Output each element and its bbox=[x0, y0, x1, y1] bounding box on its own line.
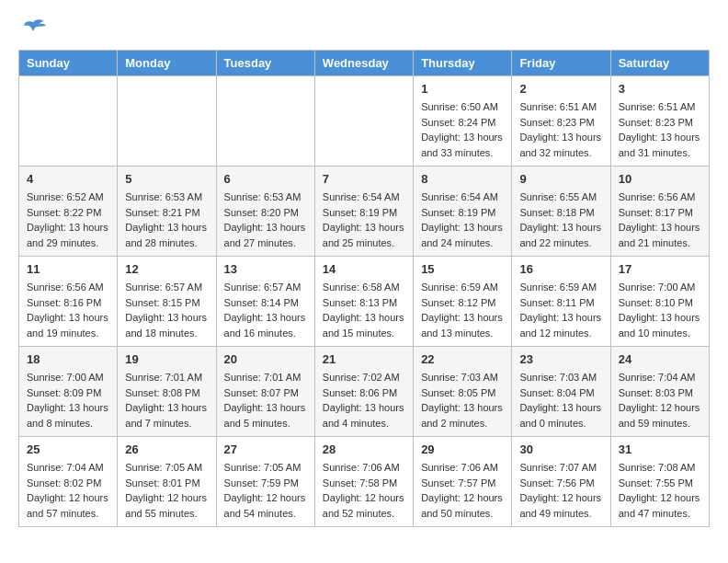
calendar-cell: 9Sunrise: 6:55 AM Sunset: 8:18 PM Daylig… bbox=[512, 167, 610, 257]
day-number: 5 bbox=[125, 172, 208, 186]
calendar-cell: 20Sunrise: 7:01 AM Sunset: 8:07 PM Dayli… bbox=[216, 347, 314, 437]
calendar-cell: 28Sunrise: 7:06 AM Sunset: 7:58 PM Dayli… bbox=[314, 437, 413, 527]
calendar-cell bbox=[118, 76, 216, 167]
day-number: 26 bbox=[125, 442, 208, 456]
calendar-cell: 14Sunrise: 6:58 AM Sunset: 8:13 PM Dayli… bbox=[314, 257, 413, 347]
calendar-cell: 1Sunrise: 6:50 AM Sunset: 8:24 PM Daylig… bbox=[414, 76, 512, 167]
day-info: Sunrise: 6:54 AM Sunset: 8:19 PM Dayligh… bbox=[323, 190, 405, 250]
calendar-cell: 8Sunrise: 6:54 AM Sunset: 8:19 PM Daylig… bbox=[414, 167, 512, 257]
day-info: Sunrise: 6:55 AM Sunset: 8:18 PM Dayligh… bbox=[519, 190, 602, 250]
calendar-cell: 10Sunrise: 6:56 AM Sunset: 8:17 PM Dayli… bbox=[610, 167, 709, 257]
day-number: 24 bbox=[619, 352, 701, 366]
calendar-cell: 2Sunrise: 6:51 AM Sunset: 8:23 PM Daylig… bbox=[512, 76, 610, 167]
calendar-cell: 23Sunrise: 7:03 AM Sunset: 8:04 PM Dayli… bbox=[512, 347, 610, 437]
day-number: 30 bbox=[519, 442, 602, 456]
day-number: 1 bbox=[421, 82, 504, 96]
weekday-header-sunday: Sunday bbox=[19, 51, 118, 76]
calendar-cell: 6Sunrise: 6:53 AM Sunset: 8:20 PM Daylig… bbox=[216, 167, 314, 257]
day-info: Sunrise: 7:05 AM Sunset: 7:59 PM Dayligh… bbox=[224, 460, 307, 521]
calendar-cell: 18Sunrise: 7:00 AM Sunset: 8:09 PM Dayli… bbox=[19, 347, 118, 437]
day-info: Sunrise: 7:00 AM Sunset: 8:10 PM Dayligh… bbox=[619, 280, 701, 340]
calendar-week-row: 25Sunrise: 7:04 AM Sunset: 8:02 PM Dayli… bbox=[19, 437, 710, 527]
calendar-cell: 15Sunrise: 6:59 AM Sunset: 8:12 PM Dayli… bbox=[414, 257, 512, 347]
weekday-header-tuesday: Tuesday bbox=[216, 51, 314, 76]
day-number: 6 bbox=[224, 172, 307, 186]
day-number: 11 bbox=[27, 262, 109, 276]
day-info: Sunrise: 7:00 AM Sunset: 8:09 PM Dayligh… bbox=[27, 370, 109, 431]
calendar-cell: 16Sunrise: 6:59 AM Sunset: 8:11 PM Dayli… bbox=[512, 257, 610, 347]
day-number: 3 bbox=[619, 82, 701, 96]
day-info: Sunrise: 6:53 AM Sunset: 8:21 PM Dayligh… bbox=[125, 190, 208, 250]
calendar-cell: 30Sunrise: 7:07 AM Sunset: 7:56 PM Dayli… bbox=[512, 437, 610, 527]
day-number: 28 bbox=[323, 442, 405, 456]
logo bbox=[18, 18, 46, 35]
day-number: 31 bbox=[619, 442, 701, 456]
weekday-header-monday: Monday bbox=[118, 51, 216, 76]
day-number: 20 bbox=[224, 352, 307, 366]
day-info: Sunrise: 7:03 AM Sunset: 8:05 PM Dayligh… bbox=[421, 370, 504, 431]
day-number: 8 bbox=[421, 172, 504, 186]
calendar-cell: 19Sunrise: 7:01 AM Sunset: 8:08 PM Dayli… bbox=[118, 347, 216, 437]
weekday-header-wednesday: Wednesday bbox=[314, 51, 413, 76]
day-info: Sunrise: 6:51 AM Sunset: 8:23 PM Dayligh… bbox=[519, 99, 602, 160]
day-info: Sunrise: 7:04 AM Sunset: 8:03 PM Dayligh… bbox=[619, 370, 701, 431]
day-info: Sunrise: 7:06 AM Sunset: 7:58 PM Dayligh… bbox=[323, 460, 405, 521]
day-info: Sunrise: 6:54 AM Sunset: 8:19 PM Dayligh… bbox=[421, 190, 504, 250]
calendar-cell: 3Sunrise: 6:51 AM Sunset: 8:23 PM Daylig… bbox=[610, 76, 709, 167]
calendar-week-row: 1Sunrise: 6:50 AM Sunset: 8:24 PM Daylig… bbox=[19, 76, 710, 167]
day-info: Sunrise: 6:52 AM Sunset: 8:22 PM Dayligh… bbox=[27, 190, 109, 250]
day-number: 17 bbox=[619, 262, 701, 276]
day-info: Sunrise: 7:05 AM Sunset: 8:01 PM Dayligh… bbox=[125, 460, 208, 521]
calendar-cell: 4Sunrise: 6:52 AM Sunset: 8:22 PM Daylig… bbox=[19, 167, 118, 257]
day-info: Sunrise: 6:56 AM Sunset: 8:17 PM Dayligh… bbox=[619, 190, 701, 250]
calendar-cell: 26Sunrise: 7:05 AM Sunset: 8:01 PM Dayli… bbox=[118, 437, 216, 527]
day-number: 23 bbox=[519, 352, 602, 366]
day-number: 12 bbox=[125, 262, 208, 276]
day-number: 27 bbox=[224, 442, 307, 456]
calendar-cell: 12Sunrise: 6:57 AM Sunset: 8:15 PM Dayli… bbox=[118, 257, 216, 347]
calendar-cell bbox=[314, 76, 413, 167]
calendar-week-row: 18Sunrise: 7:00 AM Sunset: 8:09 PM Dayli… bbox=[19, 347, 710, 437]
day-number: 29 bbox=[421, 442, 504, 456]
calendar-cell: 24Sunrise: 7:04 AM Sunset: 8:03 PM Dayli… bbox=[610, 347, 709, 437]
weekday-header-saturday: Saturday bbox=[610, 51, 709, 76]
weekday-header-friday: Friday bbox=[512, 51, 610, 76]
day-info: Sunrise: 6:57 AM Sunset: 8:14 PM Dayligh… bbox=[224, 280, 307, 340]
day-number: 19 bbox=[125, 352, 208, 366]
page-header bbox=[18, 18, 710, 35]
day-info: Sunrise: 7:01 AM Sunset: 8:08 PM Dayligh… bbox=[125, 370, 208, 431]
calendar-cell: 31Sunrise: 7:08 AM Sunset: 7:55 PM Dayli… bbox=[610, 437, 709, 527]
day-info: Sunrise: 7:04 AM Sunset: 8:02 PM Dayligh… bbox=[27, 460, 109, 521]
day-info: Sunrise: 7:01 AM Sunset: 8:07 PM Dayligh… bbox=[224, 370, 307, 431]
calendar-cell: 11Sunrise: 6:56 AM Sunset: 8:16 PM Dayli… bbox=[19, 257, 118, 347]
day-info: Sunrise: 6:58 AM Sunset: 8:13 PM Dayligh… bbox=[323, 280, 405, 340]
day-number: 9 bbox=[519, 172, 602, 186]
day-info: Sunrise: 6:57 AM Sunset: 8:15 PM Dayligh… bbox=[125, 280, 208, 340]
day-number: 22 bbox=[421, 352, 504, 366]
day-number: 25 bbox=[27, 442, 109, 456]
calendar-cell: 27Sunrise: 7:05 AM Sunset: 7:59 PM Dayli… bbox=[216, 437, 314, 527]
calendar-cell: 29Sunrise: 7:06 AM Sunset: 7:57 PM Dayli… bbox=[414, 437, 512, 527]
logo-bird-icon bbox=[20, 18, 46, 39]
day-info: Sunrise: 6:50 AM Sunset: 8:24 PM Dayligh… bbox=[421, 99, 504, 160]
day-info: Sunrise: 6:51 AM Sunset: 8:23 PM Dayligh… bbox=[619, 99, 701, 160]
day-number: 16 bbox=[519, 262, 602, 276]
day-number: 21 bbox=[323, 352, 405, 366]
day-number: 15 bbox=[421, 262, 504, 276]
calendar-cell: 22Sunrise: 7:03 AM Sunset: 8:05 PM Dayli… bbox=[414, 347, 512, 437]
day-info: Sunrise: 7:06 AM Sunset: 7:57 PM Dayligh… bbox=[421, 460, 504, 521]
day-info: Sunrise: 6:59 AM Sunset: 8:11 PM Dayligh… bbox=[519, 280, 602, 340]
calendar-cell bbox=[216, 76, 314, 167]
day-number: 18 bbox=[27, 352, 109, 366]
day-info: Sunrise: 6:59 AM Sunset: 8:12 PM Dayligh… bbox=[421, 280, 504, 340]
day-info: Sunrise: 7:02 AM Sunset: 8:06 PM Dayligh… bbox=[323, 370, 405, 431]
day-info: Sunrise: 6:56 AM Sunset: 8:16 PM Dayligh… bbox=[27, 280, 109, 340]
day-number: 2 bbox=[519, 82, 602, 96]
calendar-table: SundayMondayTuesdayWednesdayThursdayFrid… bbox=[18, 50, 710, 527]
day-number: 13 bbox=[224, 262, 307, 276]
calendar-cell: 25Sunrise: 7:04 AM Sunset: 8:02 PM Dayli… bbox=[19, 437, 118, 527]
day-number: 14 bbox=[323, 262, 405, 276]
day-info: Sunrise: 7:07 AM Sunset: 7:56 PM Dayligh… bbox=[519, 460, 602, 521]
day-number: 7 bbox=[323, 172, 405, 186]
day-number: 10 bbox=[619, 172, 701, 186]
